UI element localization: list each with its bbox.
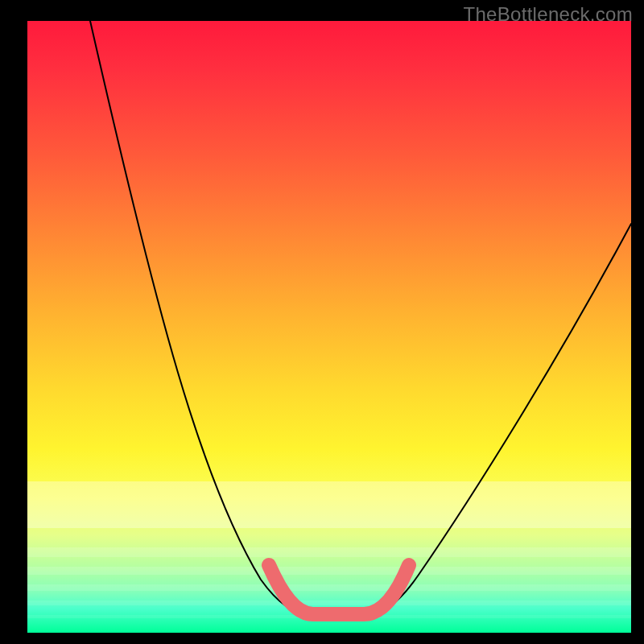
watermark-text: TheBottleneck.com <box>463 3 633 26</box>
pale-band <box>27 567 631 575</box>
chart-frame: TheBottleneck.com <box>0 0 644 644</box>
pale-band <box>27 601 631 605</box>
chart-svg <box>27 21 631 633</box>
plot-area <box>27 21 631 633</box>
pale-band <box>27 584 631 591</box>
pale-band <box>27 547 631 557</box>
pale-band <box>27 481 631 528</box>
pale-bands <box>27 481 631 618</box>
